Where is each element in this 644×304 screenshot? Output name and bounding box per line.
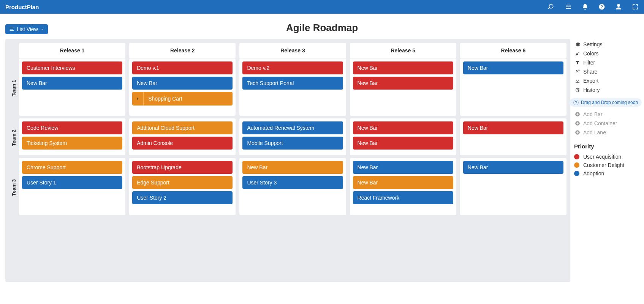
bar[interactable]: Demo v.1 [132,61,233,74]
board-cell: New BarNew Bar [350,118,456,155]
bar[interactable]: Additonal Cloud Support [132,121,233,134]
view-toggle[interactable]: List View [5,24,48,34]
board: Team 1Team 2Team 3 Release 1Customer Int… [5,39,570,282]
bar[interactable]: Demo v.2 [242,61,343,74]
legend-item[interactable]: User Acquisition [574,153,639,161]
release-column: Release 3Demo v.2Tech Support PortalAuto… [239,43,346,215]
bar[interactable]: Mobile Support [242,137,343,150]
bar[interactable]: Chrome Support [22,161,122,174]
bar[interactable]: New Bar [463,161,563,174]
bar[interactable]: User Story 2 [132,191,233,204]
legend-title: Priority [574,143,639,150]
lane-label: Team 2 [9,118,18,158]
help-small-icon: ? [573,100,579,105]
menu-icon[interactable] [565,3,572,10]
bar[interactable]: User Story 3 [242,176,343,189]
lane-label: Team 1 [9,58,18,118]
fullscreen-icon[interactable] [632,3,639,10]
board-cell: New BarNew Bar [350,58,456,116]
board-cell: Demo v.1New BarShopping Cart [129,58,236,116]
bell-icon[interactable] [582,3,589,10]
sidebar: Settings Colors Filter Share Export Hist… [574,39,639,282]
board-cell: Chrome SupportUser Story 1 [19,158,125,215]
board-cell: New BarNew BarReact Framework [350,158,456,215]
topbar-actions: ? [548,3,639,10]
legend-dot [574,171,579,176]
bar[interactable]: New Bar [132,77,233,90]
board-cell: New Bar [460,158,566,215]
lane-labels: Team 1Team 2Team 3 [9,43,18,217]
add-container-item: Add Container [574,119,639,128]
board-cell: Bootstrap UpgradeEdge SupportUser Story … [129,158,236,215]
column-header[interactable]: Release 2 [129,43,236,58]
legend-label: Adoption [583,170,604,176]
export-item[interactable]: Export [574,76,639,85]
columns: Release 1Customer InterviewsNew BarCode … [19,43,566,215]
bar[interactable]: New Bar [22,77,122,90]
board-cell: Customer InterviewsNew Bar [19,58,125,116]
legend-label: Customer Delight [583,162,624,168]
filter-item[interactable]: Filter [574,58,639,67]
board-cell: New BarUser Story 3 [239,158,346,215]
settings-item[interactable]: Settings [574,40,639,49]
board-cell: Automated Renewal SystemMobile Support [239,118,346,155]
bar[interactable]: New Bar [463,121,563,134]
release-column: Release 2Demo v.1New BarShopping CartAdd… [129,43,236,215]
add-bar-item: Add Bar [574,110,639,119]
bar[interactable]: User Story 1 [22,176,122,189]
bar[interactable]: New Bar [353,137,453,150]
bar[interactable]: New Bar [353,77,453,90]
release-column: Release 5New BarNew BarNew BarNew BarNew… [350,43,456,215]
dragdrop-pill: ?Drag and Drop coming soon [570,98,642,107]
board-cell: Demo v.2Tech Support Portal [239,58,346,116]
bar-label: Shopping Cart [144,92,187,105]
bar[interactable]: Ticketing System [22,137,122,150]
legend: User AcquisitionCustomer DelightAdoption [574,153,639,178]
legend-dot [574,162,579,168]
legend-dot [574,154,579,159]
bar[interactable]: Tech Support Portal [242,77,343,90]
bar[interactable]: Edge Support [132,176,233,189]
board-cell: New Bar [460,58,566,116]
bar[interactable]: Automated Renewal System [242,121,343,134]
chevron-right-icon[interactable] [132,92,144,106]
container-bar[interactable]: Shopping Cart [132,92,233,106]
lane-label: Team 3 [9,158,18,217]
share-item[interactable]: Share [574,67,639,76]
colors-item[interactable]: Colors [574,49,639,58]
column-header[interactable]: Release 1 [19,43,125,58]
history-item[interactable]: History [574,85,639,95]
help-icon[interactable]: ? [598,3,605,10]
column-header[interactable]: Release 3 [239,43,346,58]
page-title: Agile Roadmap [0,22,644,34]
bar[interactable]: React Framework [353,191,453,204]
column-header[interactable]: Release 5 [350,43,456,58]
board-cell: Additonal Cloud SupportAdmin Console [129,118,236,155]
add-lane-item: Add Lane [574,128,639,137]
topbar: ProductPlan ? [0,0,644,14]
user-icon[interactable] [615,3,622,10]
bar[interactable]: New Bar [353,161,453,174]
bar[interactable]: New Bar [353,61,453,74]
bar[interactable]: New Bar [353,176,453,189]
legend-item[interactable]: Adoption [574,169,639,178]
brand: ProductPlan [5,4,39,10]
title-row: List View Agile Roadmap [0,14,644,39]
board-cell: Code ReviewTicketing System [19,118,125,155]
bar[interactable]: New Bar [463,61,563,74]
svg-text:?: ? [601,5,603,9]
board-cell: New Bar [460,118,566,155]
release-column: Release 1Customer InterviewsNew BarCode … [19,43,125,215]
legend-label: User Acquisition [583,154,621,160]
workspace: Team 1Team 2Team 3 Release 1Customer Int… [0,39,644,287]
search-icon[interactable] [548,3,555,10]
bar[interactable]: Bootstrap Upgrade [132,161,233,174]
release-column: Release 6New BarNew BarNew Bar [460,43,566,215]
bar[interactable]: Customer Interviews [22,61,122,74]
bar[interactable]: Code Review [22,121,122,134]
legend-item[interactable]: Customer Delight [574,161,639,169]
bar[interactable]: New Bar [242,161,343,174]
bar[interactable]: New Bar [353,121,453,134]
bar[interactable]: Admin Console [132,137,233,150]
column-header[interactable]: Release 6 [460,43,566,58]
